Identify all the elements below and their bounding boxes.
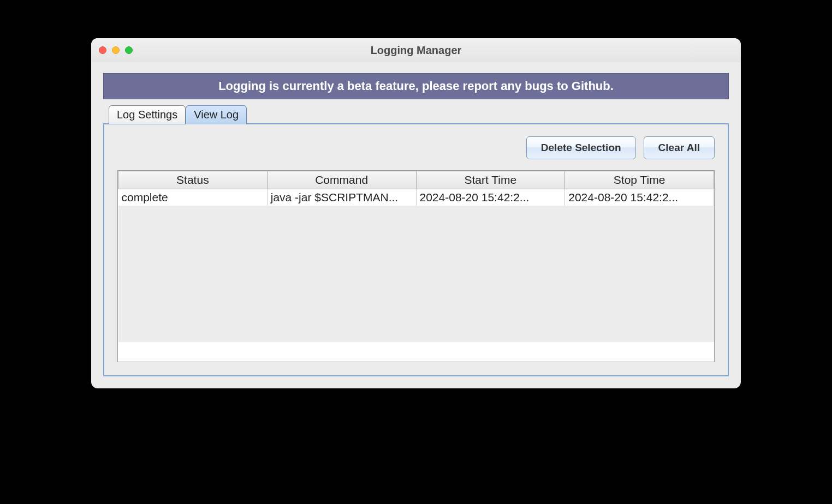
table-header-row: Status Command Start Time Stop Time [118, 171, 714, 189]
tab-log-settings[interactable]: Log Settings [109, 105, 186, 124]
cell-start-time: 2024-08-20 15:42:2... [416, 189, 565, 206]
traffic-lights [99, 46, 133, 54]
cell-stop-time: 2024-08-20 15:42:2... [565, 189, 714, 206]
col-header-stop-time[interactable]: Stop Time [565, 171, 714, 189]
maximize-icon[interactable] [125, 46, 133, 54]
minimize-icon[interactable] [112, 46, 120, 54]
cell-status: complete [118, 189, 268, 206]
app-window: Logging Manager Logging is currently a b… [91, 38, 741, 388]
col-header-start-time[interactable]: Start Time [416, 171, 565, 189]
delete-selection-button[interactable]: Delete Selection [526, 136, 636, 159]
cell-command: java -jar $SCRIPTMAN... [267, 189, 416, 206]
window-content: Logging is currently a beta feature, ple… [91, 62, 741, 388]
titlebar: Logging Manager [91, 38, 741, 62]
tab-panel-view-log: Delete Selection Clear All Sta [103, 123, 729, 376]
log-table: Status Command Start Time Stop Time comp… [118, 171, 714, 342]
table-row[interactable]: complete java -jar $SCRIPTMAN... 2024-08… [118, 189, 714, 206]
close-icon[interactable] [99, 46, 106, 54]
tab-container: Log Settings View Log Delete Selection C… [103, 105, 729, 376]
tab-view-log[interactable]: View Log [186, 105, 247, 124]
window-title: Logging Manager [91, 44, 741, 57]
col-header-command[interactable]: Command [267, 171, 416, 189]
tab-headers: Log Settings View Log [109, 105, 729, 124]
button-row: Delete Selection Clear All [117, 136, 715, 159]
log-table-container: Status Command Start Time Stop Time comp… [117, 170, 715, 362]
table-empty-area [118, 206, 714, 342]
col-header-status[interactable]: Status [118, 171, 268, 189]
clear-all-button[interactable]: Clear All [644, 136, 715, 159]
beta-banner: Logging is currently a beta feature, ple… [103, 73, 729, 99]
